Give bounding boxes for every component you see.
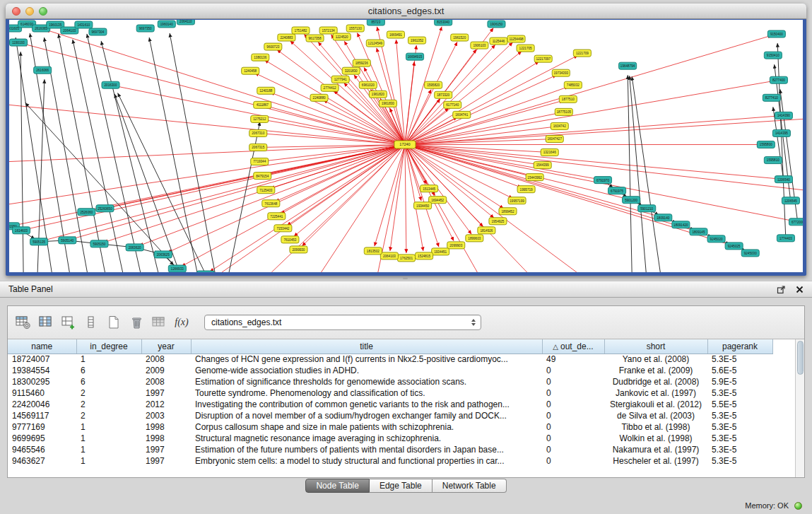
graph-node[interactable]: 1414395 xyxy=(772,129,790,136)
graph-node[interactable]: 5901210 xyxy=(638,205,656,212)
minimize-window-button[interactable] xyxy=(25,7,34,16)
splitter-handle[interactable] xyxy=(403,277,408,279)
function-builder-icon[interactable]: f(x) xyxy=(172,313,192,332)
graph-node[interactable]: 1809145 xyxy=(690,228,707,235)
graph-node[interactable]: 1524815 xyxy=(416,252,433,259)
graph-node[interactable]: 9245025 xyxy=(725,243,743,250)
graph-node[interactable]: 1221705 xyxy=(517,45,534,52)
graph-node[interactable]: 7153442 xyxy=(274,225,292,232)
graph-node[interactable]: 1266933 xyxy=(168,265,186,272)
graph-node[interactable]: 1995719 xyxy=(517,186,535,193)
graph-node[interactable]: 8153040 xyxy=(435,20,452,25)
graph-node[interactable]: 1859236 xyxy=(353,59,370,66)
graph-node[interactable]: 1899452 xyxy=(499,208,517,215)
graph-node[interactable]: 2063620 xyxy=(126,244,143,251)
row-height-icon[interactable] xyxy=(81,313,101,332)
graph-node[interactable]: 5905135 xyxy=(30,238,48,245)
column-header-year[interactable]: year xyxy=(141,339,191,354)
graph-node[interactable]: 2067315 xyxy=(249,144,267,151)
column-header-short[interactable]: short xyxy=(604,339,707,354)
graph-node[interactable]: 2016300 xyxy=(102,81,119,88)
graph-node[interactable]: 1669491 xyxy=(387,31,404,38)
graph-node[interactable]: 1814926 xyxy=(478,227,495,234)
graph-node[interactable]: 5901200 xyxy=(623,197,640,204)
tab-network-table[interactable]: Network Table xyxy=(433,479,507,493)
graph-node[interactable]: 6961020 xyxy=(359,81,377,88)
scrollbar-thumb[interactable] xyxy=(797,341,804,375)
graph-node[interactable]: 2240883 xyxy=(278,34,295,41)
graph-node[interactable]: 1774403 xyxy=(777,235,794,242)
column-header-out-de-[interactable]: △out_de... xyxy=(542,339,604,354)
network-graph[interactable]: 1431605614603026160651960135206410314316… xyxy=(9,20,803,272)
graph-node[interactable]: 1190193 xyxy=(10,39,28,46)
table-row[interactable]: 2242004622012Investigating the contribut… xyxy=(8,399,772,410)
table-row[interactable]: 1456911722003Disruption of a novel membe… xyxy=(8,410,772,421)
memory-status-indicator[interactable] xyxy=(794,502,802,510)
graph-node[interactable]: 2064103 xyxy=(380,252,398,259)
graph-node[interactable]: 25260650 xyxy=(96,205,114,212)
graph-node[interactable]: 8277410 xyxy=(763,94,780,101)
graph-node[interactable]: 16047427 xyxy=(546,135,563,142)
import-table-icon[interactable] xyxy=(149,313,169,332)
graph-node[interactable]: 1221709 xyxy=(573,49,591,57)
graph-node[interactable]: 7485032 xyxy=(564,81,582,88)
graph-node[interactable]: 1224520 xyxy=(333,33,351,40)
graph-node[interactable]: 1934451 xyxy=(432,248,449,255)
graph-node[interactable]: 2064110 xyxy=(177,20,194,25)
graph-node[interactable]: 6177140 xyxy=(444,101,461,108)
graph-node[interactable]: 1961830 xyxy=(379,100,396,107)
graph-node[interactable]: 8479154 xyxy=(254,173,271,180)
graph-node[interactable]: 1813502 xyxy=(364,247,382,255)
graph-node[interactable]: 2067310 xyxy=(249,129,267,136)
graph-node[interactable]: 9697304 xyxy=(89,28,107,35)
graph-node[interactable]: 5905140 xyxy=(59,237,76,244)
graph-node[interactable]: 17240 xyxy=(394,141,416,148)
graph-node[interactable]: 3201830 xyxy=(342,67,360,74)
graph-node[interactable]: 1275212 xyxy=(251,115,269,122)
graph-node[interactable]: 1513445 xyxy=(420,185,438,192)
graph-node[interactable]: 9245030 xyxy=(741,250,759,257)
graph-node[interactable]: 4111867 xyxy=(254,101,271,108)
column-header-pagerank[interactable]: pagerank xyxy=(707,339,772,354)
table-row[interactable]: 969969511998Structural magnetic resonanc… xyxy=(8,433,772,444)
graph-node[interactable]: 2616066 xyxy=(34,66,52,74)
graph-node[interactable]: 1961520 xyxy=(451,34,469,41)
graph-node[interactable]: 1604742 xyxy=(551,122,568,129)
graph-node[interactable]: 1960140 xyxy=(158,21,175,28)
graph-node[interactable]: 18091420 xyxy=(672,221,690,228)
graph-node[interactable]: 1961820 xyxy=(369,90,387,98)
window-titlebar[interactable]: citations_edges.txt xyxy=(6,4,806,19)
graph-node[interactable]: 1751482 xyxy=(292,27,310,34)
close-window-button[interactable] xyxy=(12,7,20,16)
graph-node[interactable]: 9697350 xyxy=(136,25,154,32)
graph-node[interactable]: 1614603 xyxy=(13,227,30,234)
graph-node[interactable]: 1595810 xyxy=(764,157,782,164)
graph-node[interactable]: 5905150 xyxy=(90,240,108,247)
graph-node[interactable]: 2774412 xyxy=(321,84,339,91)
graph-node[interactable]: 1604741 xyxy=(453,111,471,118)
graph-node[interactable]: 19648794 xyxy=(619,62,637,69)
column-header-in-degree[interactable]: in_degree xyxy=(76,339,141,354)
show-columns-icon[interactable] xyxy=(36,313,56,332)
graph-node[interactable]: 7613648 xyxy=(262,200,280,207)
graph-node[interactable]: 1277941 xyxy=(331,76,349,83)
graph-node[interactable]: 1809140 xyxy=(654,214,672,221)
graph-node[interactable]: 1206540 xyxy=(775,176,792,183)
graph-node[interactable]: 8277400 xyxy=(770,76,787,83)
graph-node[interactable]: 15443992 xyxy=(526,174,543,181)
table-scrollbar[interactable] xyxy=(795,339,804,477)
graph-node[interactable]: 7610453 xyxy=(281,236,299,243)
graph-node[interactable]: 1877510 xyxy=(559,95,577,103)
graph-node[interactable]: 1240188 xyxy=(257,87,275,94)
tab-edge-table[interactable]: Edge Table xyxy=(370,479,433,493)
graph-node[interactable]: 1544399 xyxy=(534,162,551,169)
graph-node[interactable]: 1899603 xyxy=(466,235,483,242)
graph-node[interactable]: 19957199 xyxy=(508,197,526,204)
graph-node[interactable]: 1762501 xyxy=(397,255,415,262)
graph-node[interactable]: 9150400 xyxy=(767,30,785,37)
close-panel-icon[interactable] xyxy=(796,286,804,293)
edit-columns-icon[interactable] xyxy=(59,313,78,332)
graph-node[interactable]: 1557130 xyxy=(346,25,364,32)
graph-node[interactable]: 9617358 xyxy=(306,35,324,42)
column-header-title[interactable]: title xyxy=(191,339,542,354)
